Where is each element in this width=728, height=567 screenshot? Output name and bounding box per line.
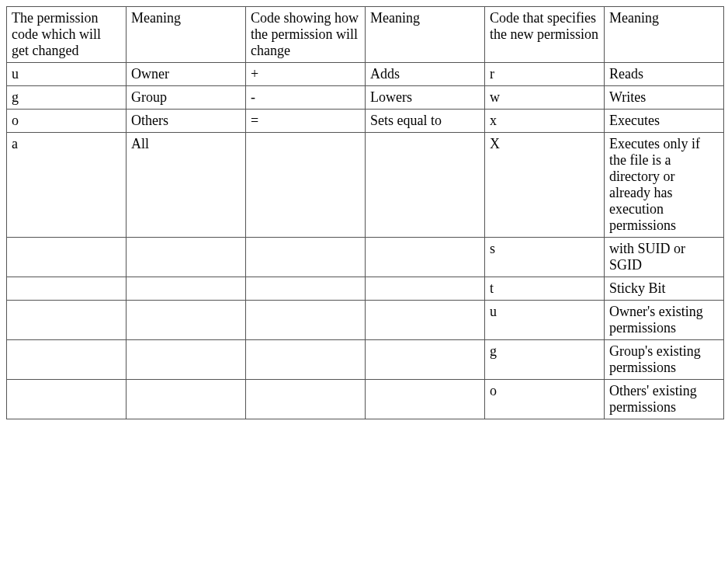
header-cell: Code that specifies the new permission <box>485 7 605 63</box>
table-cell: Others' existing permissions <box>605 380 724 419</box>
header-cell: The permission code which will get chang… <box>7 7 127 63</box>
table-row: g Group - Lowers w Writes <box>7 86 724 110</box>
table-cell <box>7 301 127 340</box>
table-cell: All <box>127 133 246 238</box>
table-cell: x <box>485 110 605 133</box>
table-cell <box>127 277 246 301</box>
table-cell: Writes <box>605 86 724 110</box>
table-cell: Owner's existing permissions <box>605 301 724 340</box>
table-row: s with SUID or SGID <box>7 238 724 277</box>
table-cell <box>366 133 485 238</box>
table-row: u Owner + Adds r Reads <box>7 63 724 86</box>
table-cell: o <box>7 110 127 133</box>
table-cell <box>246 277 366 301</box>
table-cell: + <box>246 63 366 86</box>
table-cell: t <box>485 277 605 301</box>
table-cell <box>246 380 366 419</box>
table-cell <box>127 238 246 277</box>
table-cell <box>7 380 127 419</box>
table-cell: Sticky Bit <box>605 277 724 301</box>
table-cell <box>366 238 485 277</box>
table-cell: Sets equal to <box>366 110 485 133</box>
table-cell: X <box>485 133 605 238</box>
table-cell: Group <box>127 86 246 110</box>
table-cell: Executes only if the file is a directory… <box>605 133 724 238</box>
table-cell: = <box>246 110 366 133</box>
table-header-row: The permission code which will get chang… <box>7 7 724 63</box>
table-cell: with SUID or SGID <box>605 238 724 277</box>
table-cell <box>366 277 485 301</box>
permissions-table: The permission code which will get chang… <box>6 6 724 419</box>
table-row: a All X Executes only if the file is a d… <box>7 133 724 238</box>
table-row: t Sticky Bit <box>7 277 724 301</box>
table-cell: Executes <box>605 110 724 133</box>
table-cell <box>366 301 485 340</box>
table-cell: u <box>7 63 127 86</box>
table-row: o Others = Sets equal to x Executes <box>7 110 724 133</box>
table-cell: Adds <box>366 63 485 86</box>
table-cell: w <box>485 86 605 110</box>
table-cell <box>127 340 246 380</box>
table-row: o Others' existing permissions <box>7 380 724 419</box>
table-cell <box>366 340 485 380</box>
table-cell: Group's existing permissions <box>605 340 724 380</box>
table-cell: Reads <box>605 63 724 86</box>
table-cell: u <box>485 301 605 340</box>
table-cell <box>127 380 246 419</box>
table-cell <box>7 340 127 380</box>
table-cell: s <box>485 238 605 277</box>
header-cell: Meaning <box>366 7 485 63</box>
header-cell: Meaning <box>605 7 724 63</box>
table-row: g Group's existing permissions <box>7 340 724 380</box>
table-cell <box>127 301 246 340</box>
table-cell: Others <box>127 110 246 133</box>
header-cell: Code showing how the permission will cha… <box>246 7 366 63</box>
table-cell <box>246 340 366 380</box>
table-cell <box>246 133 366 238</box>
table-cell: - <box>246 86 366 110</box>
table-cell: a <box>7 133 127 238</box>
table-cell <box>366 380 485 419</box>
table-row: u Owner's existing permissions <box>7 301 724 340</box>
table-cell <box>7 238 127 277</box>
table-cell: g <box>485 340 605 380</box>
header-cell: Meaning <box>127 7 246 63</box>
table-cell: Owner <box>127 63 246 86</box>
table-cell: r <box>485 63 605 86</box>
table-cell <box>246 238 366 277</box>
table-cell: o <box>485 380 605 419</box>
table-cell <box>246 301 366 340</box>
table-cell: g <box>7 86 127 110</box>
table-cell <box>7 277 127 301</box>
table-cell: Lowers <box>366 86 485 110</box>
